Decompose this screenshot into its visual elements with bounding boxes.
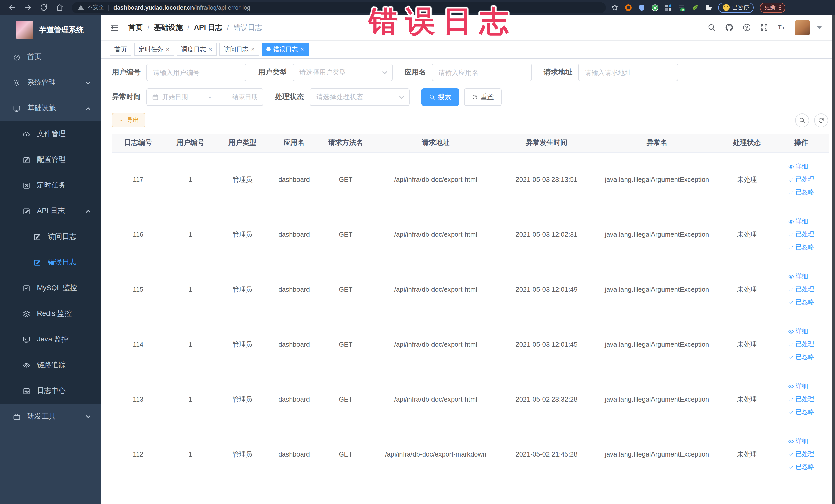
cell-actions: 详细 已处理 已忽略 bbox=[773, 207, 829, 262]
sidebar-item-home[interactable]: 首页 bbox=[0, 44, 101, 70]
extension-shield-icon[interactable] bbox=[638, 4, 645, 11]
sidebar-item-log-center[interactable]: 日志中心 bbox=[0, 378, 101, 404]
process-status-select[interactable]: 请选择处理状态 bbox=[309, 88, 410, 106]
detail-action-link[interactable]: 详细 bbox=[788, 327, 808, 336]
svg-text:T: T bbox=[782, 26, 785, 30]
sidebar-item-java-monitor[interactable]: Java 监控 bbox=[0, 327, 101, 352]
tag-schedule-log[interactable]: 调度日志× bbox=[177, 43, 217, 56]
sidebar-item-config-management[interactable]: 配置管理 bbox=[0, 147, 101, 173]
reset-button[interactable]: 重置 bbox=[464, 88, 502, 106]
sidebar-item-file-management[interactable]: 文件管理 bbox=[0, 121, 101, 147]
browser-back-icon[interactable] bbox=[8, 3, 16, 12]
browser-forward-icon[interactable] bbox=[24, 3, 32, 12]
tag-close-icon[interactable]: × bbox=[300, 46, 304, 53]
sidebar-collapse-icon[interactable] bbox=[110, 23, 119, 32]
page-scrollbar[interactable] bbox=[832, 15, 835, 504]
mark-ignored-action-link[interactable]: 已忽略 bbox=[788, 243, 814, 251]
user-type-select[interactable]: 请选择用户类型 bbox=[292, 64, 393, 81]
browser-menu-icon[interactable] bbox=[779, 5, 780, 11]
extension-green-v-icon[interactable] bbox=[651, 4, 659, 11]
sidebar-item-system[interactable]: 系统管理 bbox=[0, 70, 101, 96]
extension-on-badge-icon[interactable]: on bbox=[678, 4, 685, 11]
toggle-search-button[interactable] bbox=[795, 113, 809, 127]
address-bar[interactable]: 不安全 dashboard.yudao.iocoder.cn/infra/log… bbox=[72, 2, 606, 13]
mark-processed-action-link[interactable]: 已处理 bbox=[788, 450, 814, 459]
sidebar-item-label: 访问日志 bbox=[48, 232, 77, 241]
sidebar-item-dev-tools[interactable]: 研发工具 bbox=[0, 404, 101, 429]
error-log-table: 日志编号 用户编号 用户类型 应用名 请求方法名 请求地址 异常发生时间 异常名… bbox=[112, 134, 829, 482]
mark-ignored-action-link[interactable]: 已忽略 bbox=[788, 463, 814, 471]
sidebar-item-access-log[interactable]: 访问日志 bbox=[0, 224, 101, 249]
cell-exception-name: java.lang.IllegalArgumentException bbox=[593, 152, 721, 207]
detail-action-link[interactable]: 详细 bbox=[788, 272, 808, 281]
breadcrumb-item-api-log[interactable]: API 日志 bbox=[194, 23, 222, 32]
log-edit-icon bbox=[33, 259, 41, 266]
sidebar-item-mysql-monitor[interactable]: MySQL 监控 bbox=[0, 275, 101, 301]
active-tag-dot bbox=[266, 47, 270, 52]
sidebar-item-label: 基础设施 bbox=[27, 104, 56, 113]
tag-error-log[interactable]: 错误日志× bbox=[262, 43, 308, 56]
sidebar-item-error-log[interactable]: 错误日志 bbox=[0, 249, 101, 275]
chrome-update-button[interactable]: 更新 bbox=[760, 2, 785, 13]
font-size-icon[interactable]: TT bbox=[777, 23, 786, 32]
export-button[interactable]: 导出 bbox=[112, 113, 145, 127]
date-range-picker[interactable]: 开始日期 - 结束日期 bbox=[146, 88, 263, 106]
detail-action-link[interactable]: 详细 bbox=[788, 437, 808, 446]
search-icon[interactable] bbox=[708, 23, 716, 32]
tag-home[interactable]: 首页 bbox=[110, 43, 131, 56]
extension-leaf-icon[interactable] bbox=[692, 4, 699, 11]
sidebar-item-infrastructure[interactable]: 基础设施 bbox=[0, 96, 101, 121]
detail-action-link[interactable]: 详细 bbox=[788, 382, 808, 391]
detail-action-link[interactable]: 详细 bbox=[788, 217, 808, 226]
fullscreen-icon[interactable] bbox=[760, 23, 769, 32]
detail-action-link[interactable]: 详细 bbox=[788, 162, 808, 171]
mark-ignored-action-link[interactable]: 已忽略 bbox=[788, 188, 814, 197]
bookmark-star-icon[interactable] bbox=[611, 4, 618, 11]
refresh-table-button[interactable] bbox=[814, 113, 828, 127]
help-icon[interactable] bbox=[742, 23, 751, 32]
tag-close-icon[interactable]: × bbox=[166, 46, 169, 53]
mark-processed-action-link[interactable]: 已处理 bbox=[788, 285, 814, 294]
tag-access-log[interactable]: 访问日志× bbox=[219, 43, 259, 56]
tag-label: 访问日志 bbox=[224, 45, 248, 54]
breadcrumb-item-home[interactable]: 首页 bbox=[128, 23, 143, 32]
cell-method: GET bbox=[320, 317, 371, 372]
browser-reload-icon[interactable] bbox=[40, 3, 48, 12]
check-icon bbox=[788, 354, 794, 360]
profile-paused-pill[interactable]: 已暂停 bbox=[718, 2, 754, 13]
mark-ignored-action-link[interactable]: 已忽略 bbox=[788, 353, 814, 362]
range-start-placeholder: 开始日期 bbox=[162, 93, 188, 101]
user-avatar[interactable] bbox=[795, 20, 810, 35]
mark-ignored-action-link[interactable]: 已忽略 bbox=[788, 408, 814, 417]
mark-processed-action-link[interactable]: 已处理 bbox=[788, 395, 814, 404]
sidebar-item-tracing[interactable]: 链路追踪 bbox=[0, 352, 101, 378]
mark-processed-action-link[interactable]: 已处理 bbox=[788, 230, 814, 239]
security-warning-icon bbox=[78, 4, 84, 11]
mark-processed-action-link[interactable]: 已处理 bbox=[788, 175, 814, 184]
tag-close-icon[interactable]: × bbox=[208, 46, 212, 53]
tag-close-icon[interactable]: × bbox=[251, 46, 254, 53]
breadcrumb-separator: / bbox=[187, 23, 189, 32]
extension-orange-icon[interactable] bbox=[625, 4, 632, 11]
github-icon[interactable] bbox=[725, 23, 734, 32]
sidebar-item-scheduled-jobs[interactable]: 定时任务 bbox=[0, 173, 101, 198]
cell-exception-name: java.lang.IllegalArgumentException bbox=[593, 317, 721, 372]
user-id-input[interactable] bbox=[146, 64, 246, 81]
sidebar-item-label: MySQL 监控 bbox=[37, 283, 77, 293]
cell-log-id: 114 bbox=[112, 317, 164, 372]
mark-processed-action-link[interactable]: 已处理 bbox=[788, 340, 814, 349]
check-icon bbox=[788, 231, 794, 238]
sidebar-item-api-log[interactable]: API 日志 bbox=[0, 198, 101, 224]
breadcrumb-item-infrastructure[interactable]: 基础设施 bbox=[154, 23, 183, 32]
request-url-input[interactable] bbox=[578, 64, 678, 81]
sidebar-item-redis-monitor[interactable]: Redis 监控 bbox=[0, 301, 101, 327]
mark-ignored-action-link[interactable]: 已忽略 bbox=[788, 298, 814, 306]
search-button[interactable]: 搜索 bbox=[422, 88, 459, 106]
browser-home-icon[interactable] bbox=[56, 3, 64, 12]
app-name-input[interactable] bbox=[432, 64, 532, 81]
eye-icon bbox=[788, 328, 794, 335]
tag-scheduled-jobs[interactable]: 定时任务× bbox=[134, 43, 174, 56]
avatar-caret-icon[interactable] bbox=[817, 26, 822, 29]
extension-grid-icon[interactable] bbox=[665, 4, 672, 11]
extensions-puzzle-icon[interactable] bbox=[705, 4, 712, 11]
